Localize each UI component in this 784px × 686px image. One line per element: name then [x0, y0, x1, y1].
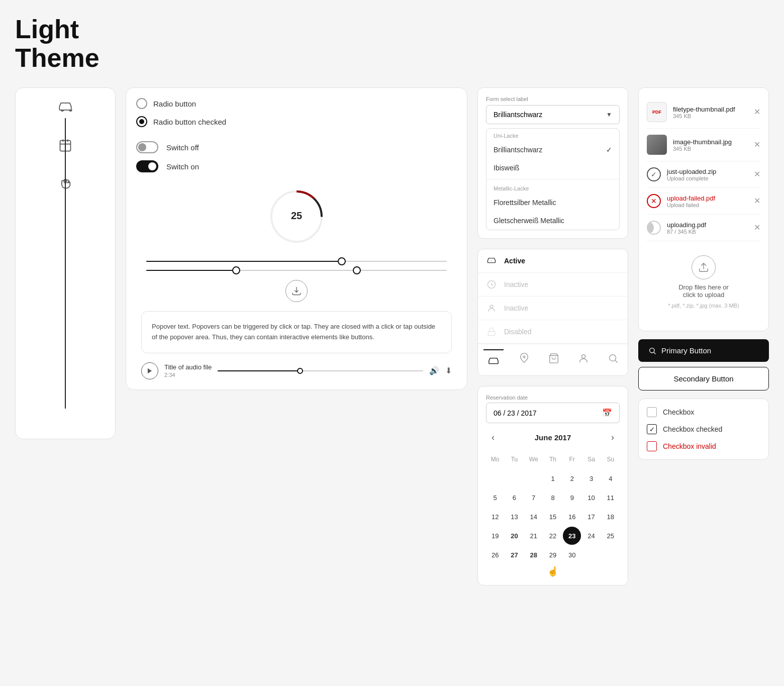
cal-cell-3[interactable]: 3 [582, 469, 600, 487]
nav-list-item-inactive-1[interactable]: Inactive [478, 273, 628, 297]
cal-cell-12[interactable]: 12 [486, 508, 504, 526]
slider-1-track[interactable] [146, 261, 447, 262]
cal-cell-1[interactable]: 1 [544, 469, 562, 487]
cal-cell-13[interactable]: 13 [505, 508, 523, 526]
cal-cell-30[interactable]: 30 [563, 546, 581, 564]
nav-item-inactive-2-label: Inactive [504, 304, 528, 312]
cal-cell-16[interactable]: 16 [563, 508, 581, 526]
dropdown-item-florettsilber[interactable]: Florettsilber Metallic [486, 193, 619, 212]
cal-header-we: We [525, 450, 543, 468]
bottom-tab-bar [478, 344, 628, 375]
svg-point-8 [523, 356, 525, 358]
dropdown-item-gletscherweiss[interactable]: Gletscherweiß Metallic [486, 212, 619, 230]
file-item-zip: ✓ just-uploaded.zip Upload complete ✕ [647, 161, 760, 188]
secondary-button[interactable]: Secondary Button [638, 367, 769, 390]
dropdown-trigger[interactable]: Brilliantschwarz ▼ [486, 105, 620, 124]
file-close-zip[interactable]: ✕ [754, 170, 760, 178]
nav-icon-disabled [486, 326, 497, 337]
cal-cell-29[interactable]: 29 [544, 546, 562, 564]
file-close-failed[interactable]: ✕ [754, 197, 760, 205]
play-button[interactable] [141, 362, 158, 379]
bottom-tab-user[interactable] [574, 349, 593, 367]
cal-cell-25[interactable]: 25 [602, 527, 620, 545]
cal-cell-17[interactable]: 17 [582, 508, 600, 526]
cal-cell-15[interactable]: 15 [544, 508, 562, 526]
audio-time: 2:34 [164, 372, 212, 378]
slider-2-thumb-left[interactable] [232, 266, 240, 274]
cal-cell-11[interactable]: 11 [602, 488, 620, 507]
slider-2-thumb-right[interactable] [353, 266, 361, 274]
cal-cell-19[interactable]: 19 [486, 527, 504, 545]
volume-icon[interactable]: 🔊 [429, 366, 439, 375]
calendar-icon[interactable]: 📅 [602, 408, 612, 418]
download-small-icon[interactable]: ⬇ [445, 366, 452, 375]
file-name-zip: just-uploaded.zip [667, 168, 748, 175]
radio-checked-row[interactable]: Radio button checked [136, 116, 457, 127]
file-item-pdf: PDF filetype-thumbnail.pdf 345 KB ✕ [647, 96, 760, 129]
cal-cell-18[interactable]: 18 [602, 508, 620, 526]
nav-list-section: Active Inactive Inactive D [477, 249, 628, 376]
cal-cell-23-today[interactable]: 23 [563, 527, 581, 545]
checkbox-invalid[interactable] [647, 441, 657, 451]
cal-cell-9[interactable]: 9 [563, 488, 581, 507]
cal-cell-26[interactable]: 26 [486, 546, 504, 564]
bottom-tab-car[interactable] [484, 352, 503, 370]
calendar-prev-button[interactable]: ‹ [486, 430, 500, 444]
checkbox-invalid-row[interactable]: Checkbox invalid [647, 441, 760, 451]
switch-off-track[interactable] [136, 141, 158, 153]
cal-cell-28[interactable]: 28 [525, 546, 543, 564]
download-button[interactable] [285, 280, 308, 302]
bottom-tab-location[interactable] [515, 349, 533, 367]
cal-cell-24[interactable]: 24 [582, 527, 600, 545]
radio-unchecked-row[interactable]: Radio button [136, 98, 457, 109]
checkbox-normal[interactable] [647, 407, 657, 417]
switch-on-track[interactable] [136, 160, 158, 172]
nav-list-item-inactive-2[interactable]: Inactive [478, 297, 628, 320]
cal-cell-5[interactable]: 5 [486, 488, 504, 507]
bottom-tab-cart[interactable] [545, 349, 563, 367]
cal-cell-2[interactable]: 2 [563, 469, 581, 487]
file-close-pdf[interactable]: ✕ [754, 108, 760, 116]
file-close-img[interactable]: ✕ [754, 141, 760, 149]
switch-on-row[interactable]: Switch on [136, 160, 457, 172]
cal-cell-14[interactable]: 14 [525, 508, 543, 526]
radio-checked[interactable] [136, 116, 147, 127]
file-info-pdf: filetype-thumbnail.pdf 345 KB [673, 106, 748, 119]
cal-cell-22[interactable]: 22 [544, 527, 562, 545]
switch-off-thumb [138, 143, 146, 151]
checkbox-checked[interactable]: ✓ [647, 424, 657, 434]
svg-rect-7 [488, 332, 495, 336]
slider-1-thumb[interactable] [338, 257, 346, 265]
cal-cell-10[interactable]: 10 [582, 488, 600, 507]
checkbox-checked-row[interactable]: ✓ Checkbox checked [647, 424, 760, 434]
calendar-date-input[interactable]: 06 / 23 / 2017 📅 [486, 403, 620, 423]
svg-point-11 [650, 348, 654, 353]
dropdown-item-brilliantschwarz[interactable]: Brilliantschwarz ✓ [486, 141, 619, 159]
cal-cell-8[interactable]: 8 [544, 488, 562, 507]
bottom-tab-search[interactable] [604, 349, 622, 367]
radio-unchecked[interactable] [136, 98, 147, 109]
nav-list-item-active[interactable]: Active [478, 249, 628, 273]
file-size-failed: Upload failed [667, 202, 748, 208]
cal-cell-20[interactable]: 20 [505, 527, 523, 545]
slider-2-track[interactable] [146, 270, 447, 271]
cal-cell-6[interactable]: 6 [505, 488, 523, 507]
dropdown-item-ibisweiss[interactable]: Ibisweiß [486, 159, 619, 177]
checkbox-checked-label: Checkbox checked [663, 425, 722, 433]
switch-off-row[interactable]: Switch off [136, 141, 457, 153]
cal-cell-21[interactable]: 21 [525, 527, 543, 545]
cal-cell-4[interactable]: 4 [602, 469, 620, 487]
file-close-uploading[interactable]: ✕ [754, 224, 760, 232]
cal-cell-27[interactable]: 27 [505, 546, 523, 564]
dropdown-open-list: Uni-Lacke Brilliantschwarz ✓ Ibisweiß Me… [486, 128, 620, 230]
drop-zone[interactable]: Drop files here orclick to upload *.pdf,… [647, 241, 760, 323]
calendar-next-button[interactable]: › [606, 430, 620, 444]
sidebar-icon-car[interactable] [56, 98, 74, 116]
cal-cell-7[interactable]: 7 [525, 488, 543, 507]
primary-button[interactable]: Primary Button [638, 339, 769, 362]
dropdown-group-2-label: Metallic-Lacke [486, 181, 619, 193]
audio-progress-bar[interactable] [218, 370, 423, 371]
audio-player: Title of audio file 2:34 🔊 ⬇ [136, 362, 457, 379]
audio-progress-thumb[interactable] [297, 368, 303, 374]
checkbox-normal-row[interactable]: Checkbox [647, 407, 760, 417]
